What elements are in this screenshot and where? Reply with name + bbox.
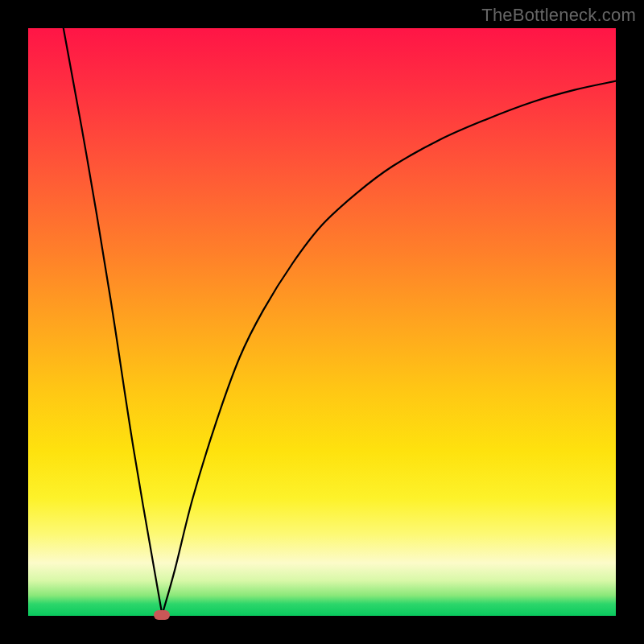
chart-plot-area	[28, 28, 616, 616]
chart-frame: TheBottleneck.com	[0, 0, 644, 644]
curve-right-branch	[162, 81, 616, 615]
watermark-text: TheBottleneck.com	[481, 5, 636, 26]
curve-left-branch	[64, 28, 163, 615]
minimum-marker	[154, 610, 170, 620]
curve-svg	[28, 28, 616, 616]
